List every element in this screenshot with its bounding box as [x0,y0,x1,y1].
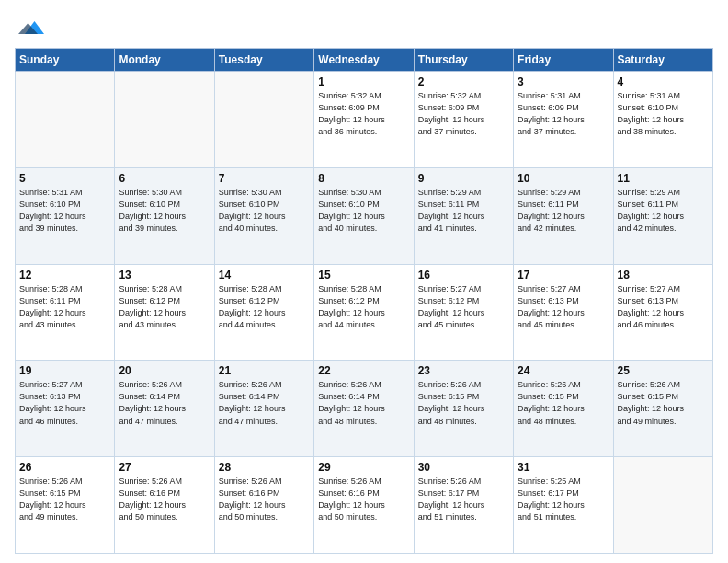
day-number: 5 [19,172,110,185]
day-info: Sunrise: 5:26 AM Sunset: 6:14 PM Dayligh… [119,379,210,427]
day-number: 27 [119,461,210,474]
weekday-header-monday: Monday [115,49,214,72]
day-info: Sunrise: 5:26 AM Sunset: 6:16 PM Dayligh… [119,476,210,523]
calendar-cell: 15Sunrise: 5:28 AM Sunset: 6:12 PM Dayli… [314,264,414,361]
calendar-cell [613,457,712,554]
weekday-header-friday: Friday [514,49,613,72]
week-row-2: 5Sunrise: 5:31 AM Sunset: 6:10 PM Daylig… [16,167,713,264]
day-info: Sunrise: 5:25 AM Sunset: 6:17 PM Dayligh… [518,476,609,523]
calendar-cell: 2Sunrise: 5:32 AM Sunset: 6:09 PM Daylig… [414,72,513,168]
day-number: 17 [518,269,609,282]
day-number: 12 [19,269,110,282]
day-info: Sunrise: 5:28 AM Sunset: 6:12 PM Dayligh… [119,283,210,331]
calendar-cell: 25Sunrise: 5:26 AM Sunset: 6:15 PM Dayli… [613,361,712,457]
calendar-cell: 30Sunrise: 5:26 AM Sunset: 6:17 PM Dayli… [414,457,513,554]
day-number: 15 [318,269,409,282]
day-number: 22 [318,364,409,377]
week-row-4: 19Sunrise: 5:27 AM Sunset: 6:13 PM Dayli… [16,361,713,457]
day-number: 7 [219,172,310,185]
logo [15,15,44,40]
day-info: Sunrise: 5:26 AM Sunset: 6:17 PM Dayligh… [418,476,509,523]
day-info: Sunrise: 5:28 AM Sunset: 6:12 PM Dayligh… [318,283,409,331]
day-info: Sunrise: 5:31 AM Sunset: 6:09 PM Dayligh… [518,90,609,138]
day-number: 8 [318,172,409,185]
day-info: Sunrise: 5:26 AM Sunset: 6:16 PM Dayligh… [318,476,409,523]
calendar-cell [115,72,214,168]
day-number: 6 [119,172,210,185]
day-number: 11 [618,172,709,185]
calendar-cell: 18Sunrise: 5:27 AM Sunset: 6:13 PM Dayli… [613,264,712,361]
weekday-header-row: SundayMondayTuesdayWednesdayThursdayFrid… [16,49,713,72]
calendar-cell: 26Sunrise: 5:26 AM Sunset: 6:15 PM Dayli… [16,457,115,554]
calendar-cell: 1Sunrise: 5:32 AM Sunset: 6:09 PM Daylig… [314,72,414,168]
calendar-cell: 9Sunrise: 5:29 AM Sunset: 6:11 PM Daylig… [414,167,513,264]
day-number: 1 [318,75,409,88]
weekday-header-thursday: Thursday [414,49,513,72]
day-info: Sunrise: 5:26 AM Sunset: 6:15 PM Dayligh… [418,379,509,427]
day-number: 23 [418,364,509,377]
day-info: Sunrise: 5:26 AM Sunset: 6:16 PM Dayligh… [219,476,310,523]
calendar-cell [214,72,313,168]
calendar-cell: 5Sunrise: 5:31 AM Sunset: 6:10 PM Daylig… [16,167,115,264]
day-info: Sunrise: 5:27 AM Sunset: 6:13 PM Dayligh… [618,283,709,331]
calendar-cell: 7Sunrise: 5:30 AM Sunset: 6:10 PM Daylig… [214,167,313,264]
calendar-cell: 4Sunrise: 5:31 AM Sunset: 6:10 PM Daylig… [613,72,712,168]
day-number: 19 [19,364,110,377]
day-info: Sunrise: 5:30 AM Sunset: 6:10 PM Dayligh… [119,187,210,235]
day-number: 13 [119,269,210,282]
day-number: 21 [219,364,310,377]
day-number: 9 [418,172,509,185]
day-info: Sunrise: 5:27 AM Sunset: 6:12 PM Dayligh… [418,283,509,331]
day-number: 31 [518,461,609,474]
calendar-cell: 31Sunrise: 5:25 AM Sunset: 6:17 PM Dayli… [514,457,613,554]
day-info: Sunrise: 5:31 AM Sunset: 6:10 PM Dayligh… [618,90,709,138]
day-info: Sunrise: 5:30 AM Sunset: 6:10 PM Dayligh… [219,187,310,235]
calendar-cell: 6Sunrise: 5:30 AM Sunset: 6:10 PM Daylig… [115,167,214,264]
day-info: Sunrise: 5:30 AM Sunset: 6:10 PM Dayligh… [318,187,409,235]
day-info: Sunrise: 5:29 AM Sunset: 6:11 PM Dayligh… [418,187,509,235]
calendar-cell: 16Sunrise: 5:27 AM Sunset: 6:12 PM Dayli… [414,264,513,361]
weekday-header-sunday: Sunday [16,49,115,72]
calendar-cell: 23Sunrise: 5:26 AM Sunset: 6:15 PM Dayli… [414,361,513,457]
calendar-cell: 14Sunrise: 5:28 AM Sunset: 6:12 PM Dayli… [214,264,313,361]
calendar-cell: 20Sunrise: 5:26 AM Sunset: 6:14 PM Dayli… [115,361,214,457]
day-info: Sunrise: 5:31 AM Sunset: 6:10 PM Dayligh… [19,187,110,235]
calendar-table: SundayMondayTuesdayWednesdayThursdayFrid… [15,48,713,554]
calendar-cell: 3Sunrise: 5:31 AM Sunset: 6:09 PM Daylig… [514,72,613,168]
day-number: 30 [418,461,509,474]
day-number: 2 [418,75,509,88]
day-number: 14 [219,269,310,282]
day-info: Sunrise: 5:29 AM Sunset: 6:11 PM Dayligh… [618,187,709,235]
calendar-cell: 10Sunrise: 5:29 AM Sunset: 6:11 PM Dayli… [514,167,613,264]
week-row-5: 26Sunrise: 5:26 AM Sunset: 6:15 PM Dayli… [16,457,713,554]
calendar-cell: 19Sunrise: 5:27 AM Sunset: 6:13 PM Dayli… [16,361,115,457]
day-number: 4 [618,75,709,88]
day-info: Sunrise: 5:26 AM Sunset: 6:15 PM Dayligh… [518,379,609,427]
calendar-cell: 22Sunrise: 5:26 AM Sunset: 6:14 PM Dayli… [314,361,414,457]
day-info: Sunrise: 5:28 AM Sunset: 6:11 PM Dayligh… [19,283,110,331]
calendar-cell: 21Sunrise: 5:26 AM Sunset: 6:14 PM Dayli… [214,361,313,457]
calendar-cell: 13Sunrise: 5:28 AM Sunset: 6:12 PM Dayli… [115,264,214,361]
calendar-cell: 28Sunrise: 5:26 AM Sunset: 6:16 PM Dayli… [214,457,313,554]
weekday-header-saturday: Saturday [613,49,712,72]
calendar-cell: 24Sunrise: 5:26 AM Sunset: 6:15 PM Dayli… [514,361,613,457]
day-number: 24 [518,364,609,377]
weekday-header-wednesday: Wednesday [314,49,414,72]
day-number: 3 [518,75,609,88]
page: SundayMondayTuesdayWednesdayThursdayFrid… [0,0,728,563]
calendar-cell: 17Sunrise: 5:27 AM Sunset: 6:13 PM Dayli… [514,264,613,361]
calendar-cell: 27Sunrise: 5:26 AM Sunset: 6:16 PM Dayli… [115,457,214,554]
day-info: Sunrise: 5:32 AM Sunset: 6:09 PM Dayligh… [418,90,509,138]
day-number: 16 [418,269,509,282]
day-info: Sunrise: 5:26 AM Sunset: 6:15 PM Dayligh… [19,476,110,523]
day-info: Sunrise: 5:26 AM Sunset: 6:15 PM Dayligh… [618,379,709,427]
day-info: Sunrise: 5:26 AM Sunset: 6:14 PM Dayligh… [318,379,409,427]
day-number: 25 [618,364,709,377]
week-row-3: 12Sunrise: 5:28 AM Sunset: 6:11 PM Dayli… [16,264,713,361]
weekday-header-tuesday: Tuesday [214,49,313,72]
day-info: Sunrise: 5:27 AM Sunset: 6:13 PM Dayligh… [518,283,609,331]
day-number: 28 [219,461,310,474]
calendar-cell [16,72,115,168]
day-number: 26 [19,461,110,474]
day-info: Sunrise: 5:28 AM Sunset: 6:12 PM Dayligh… [219,283,310,331]
